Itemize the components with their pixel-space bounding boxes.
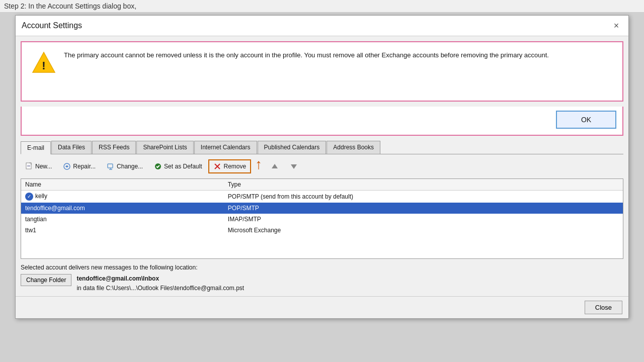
repair-icon bbox=[63, 162, 71, 170]
folder-info: tendoffice@gmail.com\Inbox in data file … bbox=[76, 274, 244, 293]
table-row[interactable]: tangtian IMAP/SMTP bbox=[21, 214, 623, 225]
move-up-button[interactable] bbox=[266, 160, 283, 173]
default-account-icon: ✓ bbox=[25, 193, 33, 201]
remove-icon bbox=[213, 162, 221, 170]
new-button[interactable]: New... bbox=[21, 160, 56, 173]
svg-marker-13 bbox=[291, 164, 297, 169]
tab-published-calendars[interactable]: Published Calendars bbox=[258, 141, 327, 154]
dialog-footer: Close bbox=[16, 296, 628, 318]
folder-path: in data file C:\Users\...\Outlook Files\… bbox=[76, 284, 244, 293]
row-type-tendoffice: POP/SMTP bbox=[224, 203, 623, 214]
warning-message: The primary account cannot be removed un… bbox=[64, 50, 612, 60]
change-folder-button[interactable]: Change Folder bbox=[21, 274, 71, 286]
tab-address-books[interactable]: Address Books bbox=[327, 141, 380, 154]
table-row[interactable]: tendoffice@gmail.com POP/SMTP bbox=[21, 203, 623, 214]
row-name-kelly: ✓kelly bbox=[21, 191, 224, 203]
set-default-button[interactable]: Set as Default bbox=[149, 160, 206, 173]
table-header-row: Name Type bbox=[21, 179, 623, 191]
remove-label: Remove bbox=[223, 163, 246, 170]
delivery-description: Selected account delivers new messages t… bbox=[21, 264, 623, 271]
new-icon bbox=[25, 162, 33, 170]
account-settings-dialog: Account Settings × ! The primary account… bbox=[15, 15, 629, 319]
row-name-ttw1: ttw1 bbox=[21, 225, 224, 236]
new-label: New... bbox=[35, 163, 52, 170]
accounts-table: Name Type ✓kelly POP/SMTP (send from thi… bbox=[21, 179, 623, 236]
svg-text:!: ! bbox=[42, 59, 45, 72]
change-label: Change... bbox=[117, 163, 143, 170]
col-header-name: Name bbox=[21, 179, 224, 191]
dialog-close-footer-button[interactable]: Close bbox=[585, 301, 622, 314]
folder-name: tendoffice@gmail.com\Inbox bbox=[76, 274, 244, 284]
bottom-info: Selected account delivers new messages t… bbox=[16, 259, 628, 296]
row-type-tangtian: IMAP/SMTP bbox=[224, 214, 623, 225]
annotation-arrow: ↑ bbox=[255, 156, 262, 172]
dialog-close-button[interactable]: × bbox=[610, 20, 622, 32]
row-type-kelly: POP/SMTP (send from this account by defa… bbox=[224, 191, 623, 203]
col-header-type: Type bbox=[224, 179, 623, 191]
row-name-tendoffice: tendoffice@gmail.com bbox=[21, 203, 224, 214]
remove-button[interactable]: Remove bbox=[208, 159, 251, 173]
warning-triangle-icon: ! bbox=[32, 50, 56, 74]
change-icon bbox=[107, 162, 115, 170]
change-button[interactable]: Change... bbox=[102, 160, 147, 173]
svg-marker-12 bbox=[272, 164, 278, 168]
warning-area: ! The primary account cannot be removed … bbox=[21, 41, 623, 102]
tab-sharepoint[interactable]: SharePoint Lists bbox=[136, 141, 193, 154]
tab-internet-calendars[interactable]: Internet Calendars bbox=[194, 141, 257, 154]
background-instruction: Step 2: In the Account Settings dialog b… bbox=[0, 0, 644, 13]
tab-rss-feeds[interactable]: RSS Feeds bbox=[92, 141, 136, 154]
accounts-table-container: Name Type ✓kelly POP/SMTP (send from thi… bbox=[21, 178, 623, 259]
repair-label: Repair... bbox=[73, 163, 96, 170]
dialog-title: Account Settings bbox=[22, 21, 82, 30]
tab-data-files[interactable]: Data Files bbox=[51, 141, 92, 154]
set-default-icon bbox=[154, 162, 162, 170]
table-row[interactable]: ✓kelly POP/SMTP (send from this account … bbox=[21, 191, 623, 203]
tabs-area: E-mail Data Files RSS Feeds SharePoint L… bbox=[16, 141, 628, 154]
row-type-ttw1: Microsoft Exchange bbox=[224, 225, 623, 236]
tab-email[interactable]: E-mail bbox=[21, 141, 51, 154]
move-down-icon bbox=[290, 162, 298, 170]
ok-row: OK bbox=[21, 107, 623, 136]
dialog-titlebar: Account Settings × bbox=[16, 16, 628, 36]
change-folder-row: Change Folder tendoffice@gmail.com\Inbox… bbox=[21, 274, 623, 293]
svg-rect-6 bbox=[108, 164, 113, 168]
set-default-label: Set as Default bbox=[164, 163, 202, 170]
move-up-icon bbox=[271, 162, 279, 170]
table-row[interactable]: ttw1 Microsoft Exchange bbox=[21, 225, 623, 236]
move-down-button[interactable] bbox=[285, 160, 302, 173]
tabs-row: E-mail Data Files RSS Feeds SharePoint L… bbox=[21, 141, 623, 154]
ok-button[interactable]: OK bbox=[556, 111, 616, 129]
row-name-tangtian: tangtian bbox=[21, 214, 224, 225]
toolbar: New... Repair... Change... Set as Defaul… bbox=[16, 154, 628, 178]
repair-button[interactable]: Repair... bbox=[58, 160, 100, 173]
